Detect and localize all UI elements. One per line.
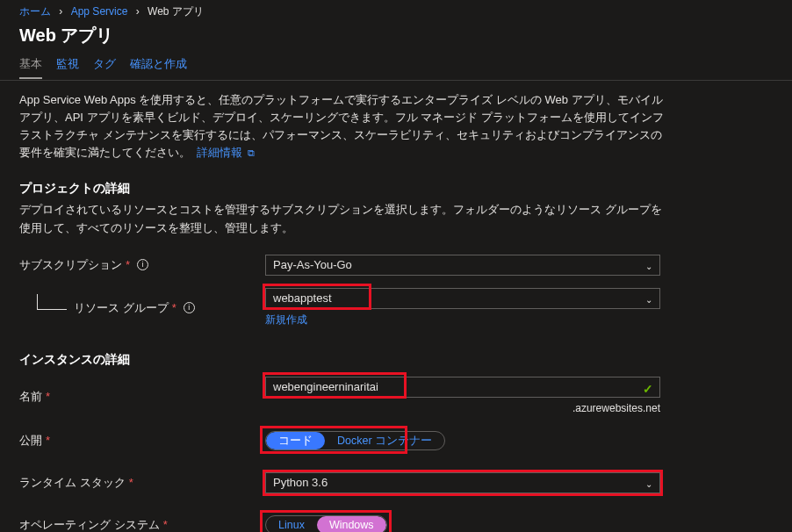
check-icon: ✓ [643, 380, 653, 399]
info-icon[interactable]: i [137, 259, 148, 270]
runtime-select[interactable]: Python 3.6 ⌄ [265, 472, 660, 493]
label-subscription: サブスクリプション* i [19, 256, 265, 274]
crumb-home[interactable]: ホーム [19, 5, 51, 18]
info-icon[interactable]: i [184, 302, 195, 313]
resource-group-select[interactable]: webapptest ⌄ [265, 288, 660, 309]
page-title: Web アプリ [0, 22, 792, 51]
external-link-icon: ⧉ [248, 147, 255, 158]
os-linux-option[interactable]: Linux [266, 516, 317, 532]
tab-basic[interactable]: 基本 [19, 53, 42, 79]
publish-toggle: コード Docker コンテナー [265, 431, 445, 450]
chevron-down-icon: ⌄ [645, 260, 652, 274]
publish-code-option[interactable]: コード [266, 432, 325, 449]
tabs: 基本 監視 タグ 確認と作成 [0, 51, 792, 80]
breadcrumb: ホーム › App Service › Web アプリ [0, 0, 792, 22]
new-resource-group-link[interactable]: 新規作成 [265, 312, 307, 328]
os-toggle: Linux Windows [265, 515, 387, 532]
crumb-app-service[interactable]: App Service [71, 5, 128, 18]
label-runtime: ランタイム スタック* [19, 474, 265, 492]
publish-docker-option[interactable]: Docker コンテナー [325, 432, 444, 449]
intro-text: App Service Web Apps を使用すると、任意のプラットフォームで… [19, 91, 669, 162]
chevron-right-icon: › [54, 5, 68, 18]
tab-tags[interactable]: タグ [93, 53, 116, 79]
chevron-down-icon: ⌄ [645, 478, 652, 492]
chevron-right-icon: › [131, 5, 145, 18]
os-windows-option[interactable]: Windows [317, 516, 386, 532]
label-resource-group: リソース グループ* i [74, 299, 195, 317]
tab-monitoring[interactable]: 監視 [56, 53, 79, 79]
label-os: オペレーティング システム* [19, 516, 265, 532]
label-publish: 公開* [19, 432, 265, 449]
label-name: 名前* [19, 388, 265, 406]
crumb-web-app: Web アプリ [148, 5, 204, 18]
project-heading: プロジェクトの詳細 [19, 180, 773, 198]
chevron-down-icon: ⌄ [645, 293, 652, 307]
name-input[interactable] [265, 377, 660, 398]
subscription-select[interactable]: Pay-As-You-Go ⌄ [265, 255, 660, 276]
tab-review[interactable]: 確認と作成 [130, 53, 187, 79]
instance-heading: インスタンスの詳細 [19, 351, 773, 370]
learn-more-link[interactable]: 詳細情報 ⧉ [197, 146, 255, 159]
project-desc: デプロイされているリソースとコストを管理するサブスクリプションを選択します。フォ… [19, 201, 669, 236]
domain-suffix: .azurewebsites.net [265, 400, 660, 417]
